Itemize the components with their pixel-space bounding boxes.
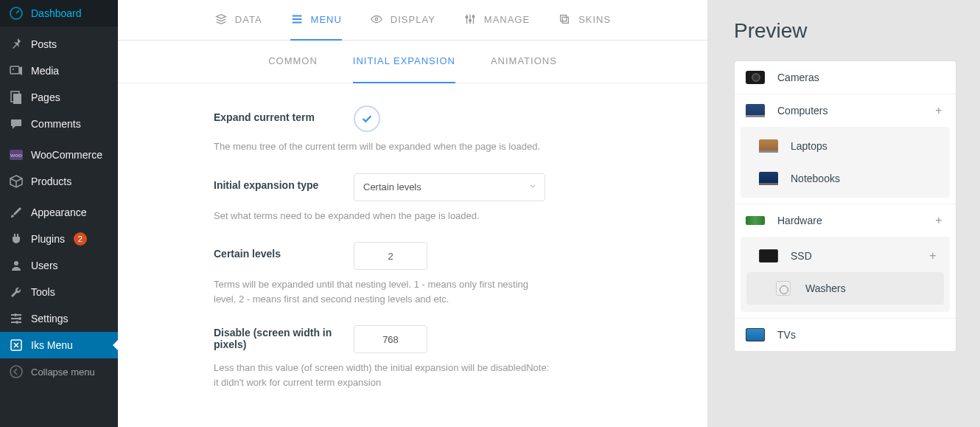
main-area: DATA MENU DISPLAY MANAGE SKINS COMMON IN… <box>118 0 980 427</box>
tab-menu[interactable]: MENU <box>290 0 342 41</box>
tab-label: DATA <box>235 14 262 25</box>
certain-levels-input[interactable] <box>354 242 427 270</box>
svg-rect-4 <box>13 94 21 104</box>
tab-display[interactable]: DISPLAY <box>370 0 435 41</box>
editor-panel: DATA MENU DISPLAY MANAGE SKINS COMMON IN… <box>118 0 707 427</box>
preview-item-washers[interactable]: Washers <box>746 272 944 305</box>
pin-icon <box>9 37 24 52</box>
preview-item-hardware[interactable]: Hardware + <box>735 204 956 237</box>
computer-icon <box>745 103 766 118</box>
preview-label: Laptops <box>791 140 827 152</box>
sidebar-label: Tools <box>31 286 55 298</box>
preview-panel: Preview Cameras Computers + Laptops Note… <box>707 0 980 427</box>
dashboard-icon <box>9 6 24 21</box>
preview-item-cameras[interactable]: Cameras <box>735 61 956 94</box>
sidebar-item-comments[interactable]: Comments <box>0 111 118 137</box>
sidebar-item-plugins[interactable]: Plugins 2 <box>0 226 118 252</box>
sidebar-item-tools[interactable]: Tools <box>0 279 118 305</box>
media-icon <box>9 63 24 78</box>
svg-point-8 <box>15 321 18 324</box>
collapse-menu[interactable]: Collapse menu <box>0 358 118 385</box>
sidebar-item-woocommerce[interactable]: woo WooCommerce <box>0 142 118 168</box>
disable-width-hint: Less than this value (of screen width) t… <box>214 361 553 389</box>
hardware-icon <box>745 213 766 228</box>
sidebar-item-users[interactable]: Users <box>0 252 118 279</box>
sidebar-item-posts[interactable]: Posts <box>0 31 118 58</box>
expand-toggle[interactable]: + <box>932 104 945 117</box>
expand-current-term-label: Expand current term <box>214 105 354 123</box>
tab-skins[interactable]: SKINS <box>558 0 611 41</box>
user-icon <box>9 258 24 273</box>
certain-levels-hint: Terms will be expanded until that nestin… <box>214 277 553 306</box>
tab-data[interactable]: DATA <box>214 0 262 41</box>
sidebar-item-appearance[interactable]: Appearance <box>0 199 118 226</box>
preview-item-laptops[interactable]: Laptops <box>741 130 950 162</box>
iks-menu-icon <box>9 338 24 353</box>
sidebar-item-iks-menu[interactable]: Iks Menu <box>0 332 118 358</box>
initial-expansion-type-hint: Set what terms need to be expanded when … <box>214 209 553 223</box>
washer-icon <box>773 281 794 296</box>
sidebar-label: WooCommerce <box>31 149 102 161</box>
svg-point-13 <box>469 19 471 21</box>
expand-current-term-toggle[interactable] <box>354 105 380 132</box>
initial-expansion-type-select[interactable]: Certain levels <box>354 173 545 201</box>
sub-tabs: COMMON INITIAL EXPANSION ANIMATIONS <box>118 41 707 83</box>
sidebar-item-pages[interactable]: Pages <box>0 84 118 111</box>
sidebar-label: Media <box>31 65 59 77</box>
copy-icon <box>558 13 571 26</box>
svg-point-2 <box>13 69 14 70</box>
sidebar-label: Iks Menu <box>31 339 73 351</box>
svg-point-6 <box>14 313 17 316</box>
camera-icon <box>745 70 766 85</box>
tab-label: MENU <box>311 14 342 25</box>
sidebar-item-media[interactable]: Media <box>0 58 118 84</box>
plugin-icon <box>9 232 24 246</box>
update-badge: 2 <box>74 232 87 246</box>
chevron-down-icon <box>528 181 537 192</box>
expand-current-term-hint: The menu tree of the current term will b… <box>214 139 553 154</box>
svg-rect-1 <box>10 66 19 74</box>
select-value: Certain levels <box>363 181 421 192</box>
collapse-icon <box>9 364 24 379</box>
svg-point-14 <box>472 15 475 18</box>
preview-item-tvs[interactable]: TVs <box>735 318 956 351</box>
sidebar-label: Users <box>31 260 58 271</box>
expand-toggle[interactable]: + <box>932 214 945 227</box>
tab-manage[interactable]: MANAGE <box>463 0 530 41</box>
menu-icon <box>290 13 304 26</box>
tab-label: DISPLAY <box>391 14 435 25</box>
eye-icon <box>370 13 383 26</box>
tab-label: MANAGE <box>484 14 530 25</box>
preview-label: TVs <box>777 329 796 341</box>
preview-item-notebooks[interactable]: Notebooks <box>741 162 950 195</box>
preview-title: Preview <box>734 19 956 43</box>
subtab-animations[interactable]: ANIMATIONS <box>491 41 557 83</box>
subtab-initial-expansion[interactable]: INITIAL EXPANSION <box>353 41 455 83</box>
svg-point-5 <box>14 261 18 265</box>
pages-icon <box>9 90 24 105</box>
svg-point-12 <box>466 16 468 18</box>
collapse-label: Collapse menu <box>31 367 95 378</box>
sidebar-label: Pages <box>31 91 60 103</box>
sidebar-label: Dashboard <box>31 7 82 19</box>
disable-width-input[interactable] <box>354 325 427 353</box>
preview-item-computers[interactable]: Computers + <box>735 94 956 127</box>
sidebar-item-settings[interactable]: Settings <box>0 305 118 332</box>
sidebar-item-products[interactable]: Products <box>0 168 118 195</box>
wrench-icon <box>9 285 24 299</box>
preview-item-ssd[interactable]: SSD + <box>741 240 950 272</box>
preview-label: Computers <box>777 105 827 117</box>
svg-point-10 <box>10 366 22 378</box>
tv-icon <box>745 327 766 342</box>
wp-admin-sidebar: Dashboard Posts Media Pages Comments woo… <box>0 0 118 427</box>
brush-icon <box>9 205 24 220</box>
subtab-common[interactable]: COMMON <box>268 41 318 83</box>
svg-rect-15 <box>561 15 567 21</box>
sidebar-label: Comments <box>31 118 81 130</box>
preview-menu: Cameras Computers + Laptops Notebooks <box>734 60 956 352</box>
expand-toggle[interactable]: + <box>926 249 939 263</box>
sidebar-item-dashboard[interactable]: Dashboard <box>0 0 118 27</box>
tab-label: SKINS <box>578 14 611 25</box>
preview-label: Washers <box>805 282 846 294</box>
comment-icon <box>9 117 24 131</box>
